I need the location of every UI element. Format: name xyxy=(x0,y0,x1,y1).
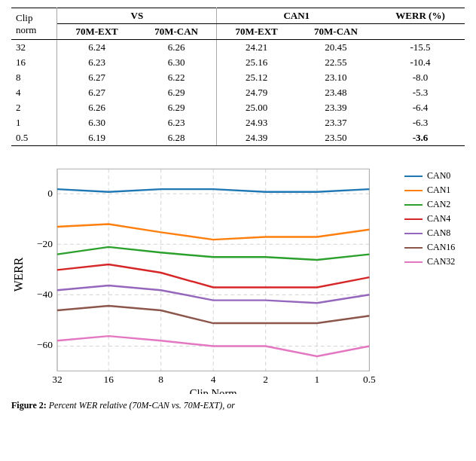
vs-ext-cell: 6.23 xyxy=(57,55,136,70)
legend-line xyxy=(404,261,423,263)
legend-item: CAN0 xyxy=(404,170,465,182)
legend-label: CAN32 xyxy=(427,256,455,267)
legend-label: CAN0 xyxy=(427,170,450,182)
werr-cell: -6.4 xyxy=(376,100,465,115)
can1-ext-cell: 25.16 xyxy=(217,55,296,70)
table-row: 2 6.26 6.29 25.00 23.39 -6.4 xyxy=(11,100,465,115)
legend-line xyxy=(404,247,423,249)
can1-can-cell: 20.45 xyxy=(296,40,376,56)
werr-cell: -6.3 xyxy=(376,115,465,130)
can16-line xyxy=(57,306,369,323)
legend-label: CAN2 xyxy=(427,199,450,210)
vs-can-cell: 6.28 xyxy=(136,130,217,146)
can1-ext-cell: 24.39 xyxy=(217,130,296,146)
can1-line xyxy=(57,224,369,240)
can1-ext-cell: 24.79 xyxy=(217,85,296,100)
legend-label: CAN8 xyxy=(427,227,450,239)
can1-ext-cell: 25.12 xyxy=(217,70,296,85)
vs-can-header: 70M-CAN xyxy=(136,24,217,40)
legend-item: CAN4 xyxy=(404,213,465,224)
werr-cell: -15.5 xyxy=(376,40,465,56)
werr-cell: -8.0 xyxy=(376,70,465,85)
vs-header: VS xyxy=(57,8,217,24)
vs-ext-cell: 6.24 xyxy=(57,40,136,56)
vs-ext-cell: 6.19 xyxy=(57,130,136,146)
table-row: 0.5 6.19 6.28 24.39 23.50 -3.6 xyxy=(11,130,465,146)
y-tick-m60: −60 xyxy=(37,339,53,350)
x-tick-1: 1 xyxy=(315,374,320,385)
legend-item: CAN1 xyxy=(404,185,465,196)
can1-can-cell: 23.37 xyxy=(296,115,376,130)
x-tick-2: 2 xyxy=(263,374,268,385)
werr-header: WERR (%) xyxy=(376,8,465,24)
vs-ext-header: 70M-EXT xyxy=(57,24,136,40)
clip-norm-header: Clipnorm xyxy=(11,8,57,40)
legend-item: CAN2 xyxy=(404,199,465,210)
caption-text: Percent WER relative (70M-CAN vs. 70M-EX… xyxy=(47,400,235,411)
vs-can-cell: 6.22 xyxy=(136,70,217,85)
clip-norm-cell: 4 xyxy=(11,85,57,100)
clip-norm-cell: 16 xyxy=(11,55,57,70)
clip-norm-cell: 8 xyxy=(11,70,57,85)
x-tick-32: 32 xyxy=(52,374,62,385)
caption-label: Figure 2: xyxy=(11,400,47,411)
can1-ext-header: 70M-EXT xyxy=(217,24,296,40)
vs-ext-cell: 6.27 xyxy=(57,85,136,100)
can1-can-cell: 23.10 xyxy=(296,70,376,85)
clip-norm-cell: 32 xyxy=(11,40,57,56)
vs-ext-cell: 6.26 xyxy=(57,100,136,115)
can1-can-cell: 22.55 xyxy=(296,55,376,70)
can1-ext-cell: 24.93 xyxy=(217,115,296,130)
x-tick-05: 0.5 xyxy=(363,374,376,385)
legend-label: CAN4 xyxy=(427,213,450,224)
legend-item: CAN32 xyxy=(404,256,465,267)
x-tick-4: 4 xyxy=(211,374,216,385)
legend-label: CAN16 xyxy=(427,242,455,253)
vs-can-cell: 6.29 xyxy=(136,85,217,100)
clip-norm-cell: 0.5 xyxy=(11,130,57,146)
vs-can-cell: 6.23 xyxy=(136,115,217,130)
legend-line xyxy=(404,218,423,220)
can1-can-cell: 23.39 xyxy=(296,100,376,115)
clip-norm-cell: 1 xyxy=(11,115,57,130)
table-row: 8 6.27 6.22 25.12 23.10 -8.0 xyxy=(11,70,465,85)
vs-ext-cell: 6.27 xyxy=(57,70,136,85)
legend-item: CAN16 xyxy=(404,242,465,253)
vs-can-cell: 6.30 xyxy=(136,55,217,70)
legend-line xyxy=(404,190,423,191)
can1-can-cell: 23.50 xyxy=(296,130,376,146)
werr-cell: -10.4 xyxy=(376,55,465,70)
werr-cell: -3.6 xyxy=(376,130,465,146)
legend-label: CAN1 xyxy=(427,185,450,196)
can1-header: CAN1 xyxy=(217,8,376,24)
table-row: 16 6.23 6.30 25.16 22.55 -10.4 xyxy=(11,55,465,70)
chart-legend: CAN0 CAN1 CAN2 CAN4 CAN8 CAN16 CAN32 xyxy=(397,170,465,267)
can1-can-header: 70M-CAN xyxy=(296,24,376,40)
clip-norm-cell: 2 xyxy=(11,100,57,115)
chart-area: WERR xyxy=(11,155,397,397)
y-tick-m20: −20 xyxy=(37,238,53,249)
legend-line xyxy=(404,176,423,177)
chart-svg: WERR xyxy=(11,155,397,394)
vs-ext-cell: 6.30 xyxy=(57,115,136,130)
x-tick-16: 16 xyxy=(104,374,114,385)
vs-can-cell: 6.29 xyxy=(136,100,217,115)
can1-can-cell: 23.48 xyxy=(296,85,376,100)
table-row: 32 6.24 6.26 24.21 20.45 -15.5 xyxy=(11,40,465,56)
table-row: 4 6.27 6.29 24.79 23.48 -5.3 xyxy=(11,85,465,100)
y-tick-m40: −40 xyxy=(37,289,53,300)
results-table: Clipnorm VS CAN1 WERR (%) 70M-EXT 70M-CA… xyxy=(11,8,465,146)
chart-section: WERR xyxy=(11,155,465,411)
can1-ext-cell: 24.21 xyxy=(217,40,296,56)
vs-can-cell: 6.26 xyxy=(136,40,217,56)
x-axis-label: Clip Norm xyxy=(190,387,238,394)
table-row: 1 6.30 6.23 24.93 23.37 -6.3 xyxy=(11,115,465,130)
legend-item: CAN8 xyxy=(404,227,465,239)
x-tick-8: 8 xyxy=(158,374,163,385)
legend-line xyxy=(404,204,423,206)
can1-ext-cell: 25.00 xyxy=(217,100,296,115)
y-axis-label: WERR xyxy=(12,257,25,292)
werr-cell: -5.3 xyxy=(376,85,465,100)
figure-caption: Figure 2: Percent WER relative (70M-CAN … xyxy=(11,400,465,411)
legend-line xyxy=(404,233,423,234)
